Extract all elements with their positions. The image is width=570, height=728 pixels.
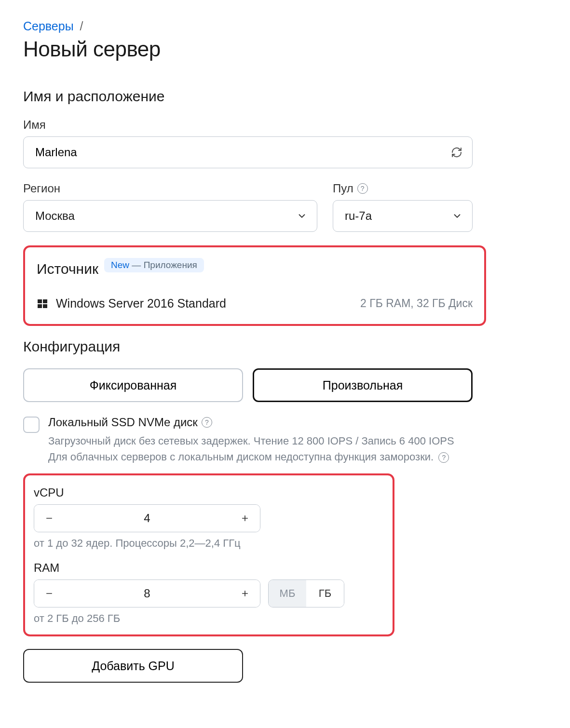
name-input[interactable] [35,146,461,159]
pool-label: Пул ? [333,182,473,195]
source-os-spec: 2 ГБ RAM, 32 ГБ Диск [360,297,473,310]
ram-unit-mb[interactable]: МБ [269,580,306,607]
region-select[interactable]: Москва [23,200,317,232]
local-ssd-label: Локальный SSD NVMe диск ? [48,416,454,429]
vcpu-increment-button[interactable] [230,505,260,532]
chevron-down-icon [452,211,462,221]
source-selection-row[interactable]: Windows Server 2016 Standard 2 ГБ RAM, 3… [37,297,473,310]
source-os-name: Windows Server 2016 Standard [56,297,226,310]
ram-value[interactable]: 8 [64,587,230,600]
source-highlight-box: Источник New — Приложения Windows Server… [23,245,486,326]
section-title-source: Источник [37,261,98,277]
help-icon[interactable]: ? [438,452,449,463]
name-label: Имя [23,118,547,132]
regenerate-icon[interactable] [451,147,462,158]
ram-decrement-button[interactable] [34,580,64,607]
section-title-config: Конфигурация [23,338,547,355]
vcpu-hint: от 1 до 32 ядер. Процессоры 2,2—2,4 ГГц [34,537,384,550]
tab-custom[interactable]: Произвольная [253,368,473,402]
add-gpu-button[interactable]: Добавить GPU [23,649,243,683]
local-ssd-checkbox[interactable] [23,417,40,433]
vcpu-value[interactable]: 4 [64,512,230,525]
pool-value: ru-7a [345,209,372,223]
svg-rect-0 [38,299,42,303]
config-highlight-box: vCPU 4 от 1 до 32 ядер. Процессоры 2,2—2… [23,473,394,636]
breadcrumb: Серверы / [23,19,547,33]
help-icon[interactable]: ? [357,183,368,194]
ram-unit-gb[interactable]: ГБ [306,580,344,607]
region-value: Москва [35,209,75,223]
vcpu-stepper: 4 [34,504,260,532]
page-title: Новый сервер [23,37,547,61]
vcpu-label: vCPU [34,486,384,499]
region-label: Регион [23,182,317,195]
ram-increment-button[interactable] [230,580,260,607]
ram-hint: от 2 ГБ до 256 ГБ [34,612,384,625]
pool-select[interactable]: ru-7a [333,200,473,232]
windows-icon [37,298,48,310]
section-title-name-location: Имя и расположение [23,88,547,105]
name-input-wrap[interactable] [23,136,473,168]
tab-fixed[interactable]: Фиксированная [23,368,243,402]
vcpu-decrement-button[interactable] [34,505,64,532]
local-ssd-description: Загрузочный диск без сетевых задержек. Ч… [48,433,454,465]
breadcrumb-parent-link[interactable]: Серверы [23,19,74,33]
chevron-down-icon [297,211,307,221]
svg-rect-2 [38,304,42,308]
ram-unit-toggle: МБ ГБ [268,580,344,607]
new-apps-badge[interactable]: New — Приложения [104,258,204,272]
breadcrumb-separator: / [80,19,83,33]
help-icon[interactable]: ? [202,417,212,428]
svg-rect-3 [43,304,47,308]
ram-stepper: 8 [34,580,260,607]
ram-label: RAM [34,561,384,575]
svg-rect-1 [43,299,47,303]
